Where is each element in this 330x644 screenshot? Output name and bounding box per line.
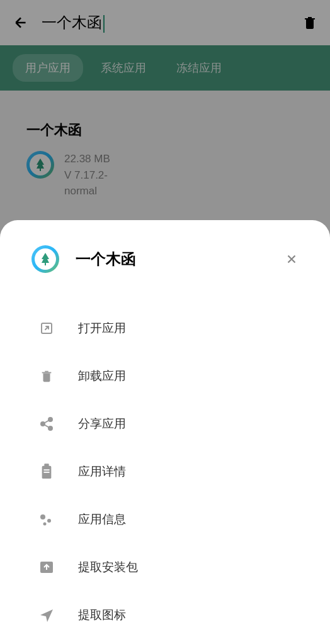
menu-extract-icon[interactable]: 提取图标 — [38, 591, 292, 639]
trash-icon — [38, 367, 55, 385]
extract-icon — [38, 558, 55, 576]
svg-rect-7 — [43, 472, 49, 473]
menu-open-app[interactable]: 打开应用 — [38, 304, 292, 352]
svg-rect-6 — [43, 469, 49, 470]
close-icon[interactable] — [285, 252, 299, 266]
sheet-app-icon — [31, 245, 59, 273]
menu-extract-apk[interactable]: 提取安装包 — [38, 543, 292, 591]
svg-point-9 — [47, 519, 51, 523]
menu-share-app[interactable]: 分享应用 — [38, 400, 292, 448]
svg-rect-5 — [44, 464, 48, 467]
menu-app-details[interactable]: 应用详情 — [38, 448, 292, 496]
svg-point-1 — [48, 418, 52, 421]
svg-point-2 — [41, 422, 45, 426]
info-icon — [38, 511, 55, 528]
icon-extract-icon — [38, 606, 55, 624]
open-icon — [38, 319, 55, 337]
share-icon — [38, 415, 55, 433]
bottom-sheet: 一个木函 打开应用 卸载应 — [0, 220, 330, 644]
details-icon — [38, 463, 55, 480]
menu-uninstall-app[interactable]: 卸载应用 — [38, 352, 292, 400]
svg-point-8 — [40, 514, 45, 519]
svg-point-3 — [48, 426, 52, 430]
sheet-title: 一个木函 — [76, 249, 285, 269]
menu-app-info[interactable]: 应用信息 — [38, 496, 292, 543]
menu-list: 打开应用 卸载应用 分享应用 — [0, 304, 330, 639]
svg-point-10 — [43, 523, 47, 526]
